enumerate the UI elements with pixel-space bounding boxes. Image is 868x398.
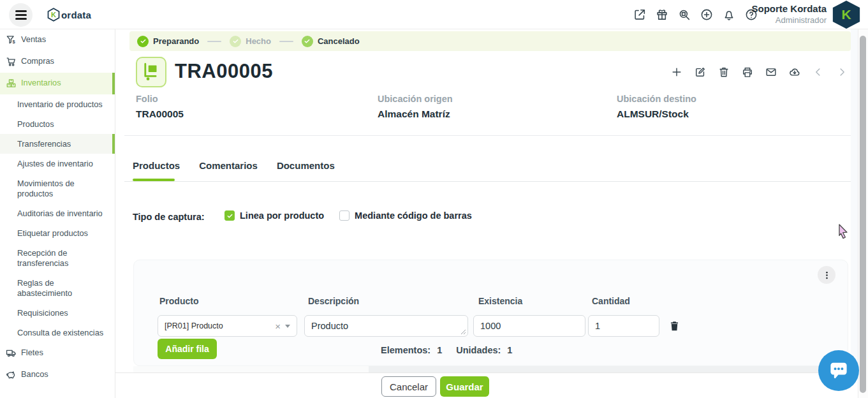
- capture-option-mediante-codigo-de-barras[interactable]: Mediante código de barras: [339, 210, 472, 221]
- sidebar-item-requisiciones[interactable]: Requisiciones: [0, 303, 115, 323]
- sidebar-item-recepcion-de-transferencias[interactable]: Recepción de transferencias: [0, 243, 115, 273]
- field-label: Ubicación origen: [378, 94, 453, 104]
- top-bar: K ordata Soporte Kordata Administrador K: [0, 0, 868, 29]
- resize-handle-icon[interactable]: [460, 328, 466, 335]
- tab-productos[interactable]: Productos: [133, 160, 180, 179]
- boxes-icon: [5, 77, 17, 89]
- user-name: Soporte Kordata: [742, 3, 827, 15]
- trash-icon: [668, 320, 680, 332]
- checkbox-checked-icon[interactable]: [224, 210, 235, 221]
- status-step-cancelado[interactable]: Cancelado: [302, 36, 360, 47]
- external-link-icon[interactable]: [633, 8, 647, 22]
- chevron-right-button[interactable]: [835, 66, 848, 78]
- printer-button[interactable]: [741, 66, 754, 78]
- field-label: Folio: [136, 94, 184, 104]
- existencia-input[interactable]: [473, 315, 585, 337]
- checkbox-unchecked-icon[interactable]: [339, 210, 349, 221]
- tab-comentarios[interactable]: Comentarios: [199, 160, 258, 179]
- sidebar-item-ventas[interactable]: $Ventas: [0, 29, 115, 51]
- check-circle-icon: [302, 36, 313, 47]
- status-step-hecho[interactable]: Hecho: [230, 36, 271, 47]
- sidebar-item-fletes[interactable]: Fletes: [0, 343, 115, 364]
- unidades-value: 1: [507, 345, 512, 355]
- field-folio: Folio TRA00005: [136, 94, 184, 120]
- add-row-button[interactable]: Añadir fila: [158, 339, 217, 359]
- hamburger-icon: [15, 10, 27, 12]
- elementos-value: 1: [437, 345, 442, 355]
- status-step-label: Preparando: [153, 36, 199, 46]
- sidebar-item-auditorias-de-inventario[interactable]: Auditorias de inventario: [0, 203, 115, 223]
- sidebar-item-consulta-de-existencias[interactable]: Consulta de existencias: [0, 323, 115, 343]
- sidebar-item-label: Consulta de existencias: [17, 328, 103, 338]
- hscrollbar-track[interactable]: [369, 366, 848, 372]
- sidebar-item-compras[interactable]: Compras: [0, 51, 115, 73]
- capture-option-linea-por-producto[interactable]: Linea por producto: [224, 210, 324, 221]
- avatar[interactable]: K: [832, 1, 861, 29]
- capture-options: Linea por productoMediante código de bar…: [224, 210, 472, 221]
- chevron-left-button[interactable]: [812, 66, 825, 78]
- sidebar-item-reglas-de-abastecimiento[interactable]: Reglas de abastecimiento: [0, 273, 115, 303]
- bell-icon[interactable]: [722, 8, 736, 22]
- field-value: TRA00005: [136, 108, 184, 120]
- capture-option-label: Mediante código de barras: [355, 210, 472, 221]
- sidebar-item-ajustes-de-inventario[interactable]: Ajustes de inventario: [0, 154, 115, 173]
- sidebar-item-inventarios[interactable]: Inventarios: [0, 73, 115, 94]
- envelope-button[interactable]: [765, 66, 777, 78]
- avatar-letter: K: [841, 7, 851, 22]
- menu-toggle-button[interactable]: [9, 3, 33, 27]
- brand-letter: K: [47, 8, 60, 21]
- save-button[interactable]: Guardar: [440, 376, 489, 397]
- sidebar-item-productos[interactable]: Productos: [0, 114, 115, 134]
- sidebar-item-label: Reglas de abastecimiento: [17, 278, 104, 298]
- gift-icon[interactable]: [655, 8, 669, 22]
- description-textarea[interactable]: Producto: [304, 315, 468, 337]
- elementos-label: Elementos:: [381, 345, 430, 355]
- status-step-preparando[interactable]: Preparando: [137, 36, 199, 47]
- chevron-down-icon[interactable]: [285, 325, 290, 328]
- sidebar-item-label: Movimientos de productos: [17, 179, 104, 199]
- section-divider: [124, 135, 851, 136]
- plus-button[interactable]: [670, 66, 683, 78]
- card-menu-button[interactable]: [818, 266, 835, 284]
- tab-documentos[interactable]: Documentos: [277, 160, 335, 179]
- plus-circle-icon[interactable]: [700, 8, 714, 22]
- cantidad-input[interactable]: [588, 315, 659, 337]
- check-circle-icon: [137, 36, 149, 47]
- sidebar-nav: $VentasComprasInventariosInventario de p…: [0, 29, 115, 398]
- search-icon[interactable]: [677, 8, 691, 22]
- step-connector: [207, 41, 221, 42]
- product-select[interactable]: [PR01] Producto ×: [158, 315, 297, 337]
- clear-selection-icon[interactable]: ×: [270, 321, 285, 332]
- sidebar-item-transferencias[interactable]: Transferencias: [0, 134, 115, 154]
- brand-text: ordata: [61, 10, 91, 20]
- user-info: Soporte Kordata Administrador: [742, 3, 827, 26]
- delete-row-button[interactable]: [668, 320, 680, 332]
- description-value: Producto: [311, 321, 348, 331]
- vscrollbar-thumb[interactable]: [860, 36, 866, 393]
- sidebar-item-bancos[interactable]: Bancos: [0, 364, 115, 386]
- sidebar-item-label: Transferencias: [17, 139, 71, 149]
- content-right-margin: [851, 29, 858, 398]
- column-header-existencia: Existencia: [478, 296, 522, 306]
- sidebar-item-etiquetar-productos[interactable]: Etiquetar productos: [0, 223, 115, 243]
- brand-logo[interactable]: K ordata: [47, 7, 91, 22]
- cloud-download-button[interactable]: [788, 66, 801, 78]
- record-action-toolbar: [670, 66, 848, 78]
- sidebar-item-movimientos-de-productos[interactable]: Movimientos de productos: [0, 173, 115, 203]
- chat-button[interactable]: [818, 350, 859, 391]
- unidades-label: Unidades:: [456, 345, 501, 355]
- footer-bar: [115, 372, 868, 398]
- sidebar-item-inventario-de-productos[interactable]: Inventario de productos: [0, 94, 115, 114]
- status-step-label: Cancelado: [318, 36, 360, 46]
- sidebar-item-label: Ventas: [21, 34, 46, 45]
- sidebar-item-label: Ajustes de inventario: [17, 159, 93, 169]
- table-summary: Elementos: 1 Unidades: 1: [381, 345, 512, 355]
- sidebar-item-label: Etiquetar productos: [17, 228, 88, 239]
- cancel-button[interactable]: Cancelar: [381, 376, 436, 397]
- field-label: Ubicación destino: [617, 94, 696, 104]
- edit-button[interactable]: [694, 66, 707, 78]
- trash-button[interactable]: [717, 66, 730, 78]
- hscrollbar-thumb[interactable]: [133, 366, 369, 372]
- truck-icon: [5, 347, 17, 359]
- field-ubicacion-origen: Ubicación origen Almacén Matríz: [378, 94, 453, 120]
